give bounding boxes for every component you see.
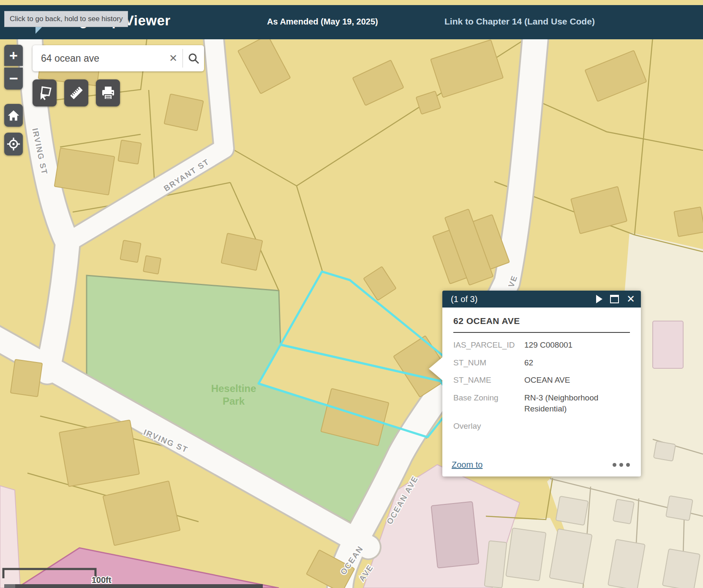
popup-header: (1 of 3) ✕ [442,291,641,308]
chapter-14-link[interactable]: Link to Chapter 14 (Land Use Code) [444,16,595,27]
popup-feature-title: 62 OCEAN AVE [453,316,630,326]
park-label-line2: Park [223,395,245,407]
locate-button[interactable] [4,133,23,155]
close-popup-button[interactable]: ✕ [627,294,635,304]
attribute-row: Base Zoning RN-3 (Neighborhood Residenti… [453,392,630,414]
measure-tool-button[interactable] [64,79,88,106]
maximize-popup-button[interactable] [610,295,619,303]
popup-footer: Zoom to [452,460,630,470]
popup-pointer [429,357,443,381]
next-feature-button[interactable] [596,295,602,303]
park-label-line1: Heseltine [211,383,256,394]
attribution-bar [4,584,263,588]
home-button[interactable] [4,104,23,127]
search-box: ✕ [33,45,204,71]
feature-popup: (1 of 3) ✕ 62 OCEAN AVE IAS_PARCEL_ID 12… [442,291,641,476]
popup-body: 62 OCEAN AVE IAS_PARCEL_ID 129 C008001 S… [442,308,641,476]
back-button-tooltip: Click to go back, hold to see history [4,11,128,27]
zoom-out-button[interactable]: − [4,68,23,90]
search-icon[interactable] [183,52,204,64]
select-parcel-tool-button[interactable] [33,79,57,106]
zoom-to-link[interactable]: Zoom to [452,460,482,470]
popup-pager: (1 of 3) [442,294,596,304]
printer-icon [101,85,116,101]
search-clear-icon[interactable]: ✕ [164,52,183,64]
amended-date-text: As Amended (May 19, 2025) [267,17,378,27]
search-input[interactable] [33,52,164,65]
ellipsis-icon[interactable] [613,463,630,467]
attribute-row: IAS_PARCEL_ID 129 C008001 [453,340,630,351]
zoom-in-button[interactable]: + [4,45,23,66]
select-tool-icon [37,85,52,101]
building-pink [431,501,479,568]
maximize-icon [610,295,619,303]
attribute-row: Overlay [453,421,630,432]
close-icon: ✕ [627,294,635,304]
attribute-row: ST_NUM 62 [453,357,630,368]
next-arrow-icon [596,295,602,303]
attribute-row: ST_NAME OCEAN AVE [453,375,630,386]
ruler-icon [68,85,84,101]
scale-label: 100ft [92,575,112,585]
locate-icon [7,137,20,151]
print-tool-button[interactable] [96,79,120,106]
home-icon [7,109,20,121]
